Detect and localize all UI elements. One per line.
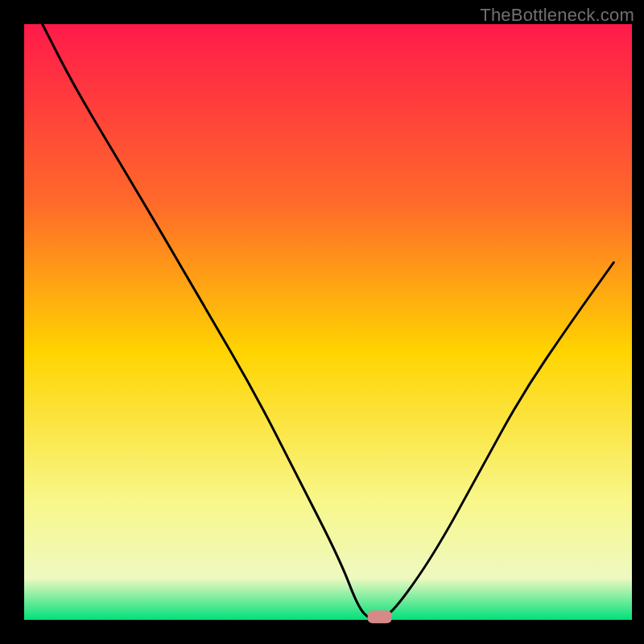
- gradient-background: [24, 24, 632, 620]
- watermark-text: TheBottleneck.com: [480, 5, 634, 26]
- optimal-marker: [368, 610, 392, 623]
- bottleneck-chart: [0, 0, 644, 644]
- chart-container: TheBottleneck.com: [0, 0, 644, 644]
